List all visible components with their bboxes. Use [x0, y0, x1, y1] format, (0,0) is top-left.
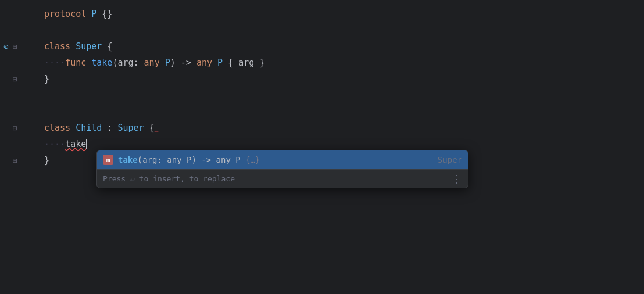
- method-badge: m: [103, 155, 113, 165]
- dots-4: ····: [44, 58, 65, 68]
- line-2: [40, 22, 644, 38]
- circle-gutter-icon[interactable]: ⊙: [3, 42, 8, 51]
- colon: :: [134, 58, 144, 68]
- line-8: ⊟ class Child : Super {_: [40, 120, 644, 136]
- line-4: ····func take(arg: any P) -> any P { arg…: [40, 55, 644, 71]
- arg-param: arg: [117, 58, 133, 68]
- sp2: [160, 58, 165, 68]
- item-rest: (arg: any P) -> any P: [138, 155, 245, 164]
- close-brace-2: }: [44, 155, 49, 166]
- fold-minus-5[interactable]: ⊟: [13, 75, 17, 84]
- super-ref: Super: [117, 123, 144, 133]
- body: { arg }: [223, 58, 264, 68]
- any-kw-2: any: [196, 58, 212, 68]
- Child-name: Child: [76, 123, 102, 133]
- autocomplete-popup: m take(arg: any P) -> any P {…} Super Pr…: [96, 150, 468, 188]
- P-type-1: P: [165, 58, 170, 68]
- space: [86, 9, 91, 19]
- sp3: [212, 58, 217, 68]
- arrow: ->: [176, 58, 196, 68]
- braces: {}: [102, 9, 112, 19]
- brace-open-2: {: [149, 123, 155, 133]
- hint-replace: to replace: [189, 174, 235, 183]
- take-highlight: take: [118, 155, 138, 164]
- dots-9: ····: [44, 139, 65, 149]
- hint-text: Press ↵ to insert, to replace: [103, 174, 449, 183]
- line-5: ⊟ }: [40, 71, 644, 87]
- autocomplete-selected-item[interactable]: m take(arg: any P) -> any P {…} Super: [97, 150, 468, 169]
- line-1: protocol P {}: [40, 6, 644, 22]
- sp2: [102, 41, 107, 52]
- P-name: P: [91, 9, 96, 19]
- any-kw-1: any: [144, 58, 160, 68]
- hint-insert: Press ↵ to insert,: [103, 174, 185, 183]
- line-7: [40, 103, 644, 120]
- Super-name: Super: [76, 41, 102, 52]
- func-kw: func: [65, 58, 86, 68]
- space2: [96, 9, 102, 19]
- kw-protocol: protocol: [44, 9, 86, 19]
- kw-class-1: class: [44, 41, 70, 52]
- close-brace-1: }: [44, 74, 49, 84]
- take-name: take: [91, 58, 112, 68]
- squiggle-indicator: _: [155, 124, 159, 132]
- autocomplete-item-text: take(arg: any P) -> any P {…}: [118, 155, 433, 164]
- sp: [86, 58, 91, 68]
- paren-open: (: [112, 58, 117, 68]
- autocomplete-item-source: Super: [438, 155, 462, 164]
- line-6: [40, 87, 644, 103]
- item-body: {…}: [245, 155, 260, 164]
- colon-super: :: [102, 123, 117, 133]
- P-type-2: P: [217, 58, 223, 68]
- fold-minus-8[interactable]: ⊟: [13, 124, 17, 132]
- code-content: protocol P {} ⊙ ⊟ class Super { ····func…: [40, 0, 644, 294]
- editor-container: protocol P {} ⊙ ⊟ class Super { ····func…: [0, 0, 644, 294]
- fold-minus-3[interactable]: ⊟: [13, 42, 17, 51]
- sp2: [144, 123, 149, 133]
- autocomplete-hint: Press ↵ to insert, to replace ⋮: [97, 169, 468, 188]
- paren-close: ): [170, 58, 176, 68]
- sp: [70, 41, 76, 52]
- line-3: ⊙ ⊟ class Super {: [40, 38, 644, 55]
- fold-minus-10[interactable]: ⊟: [13, 156, 17, 165]
- take-input: take: [65, 139, 86, 149]
- sp: [70, 123, 76, 133]
- kw-class-2: class: [44, 123, 70, 133]
- cursor: [86, 139, 87, 149]
- more-options-icon[interactable]: ⋮: [452, 173, 462, 185]
- brace-open: {: [107, 41, 112, 52]
